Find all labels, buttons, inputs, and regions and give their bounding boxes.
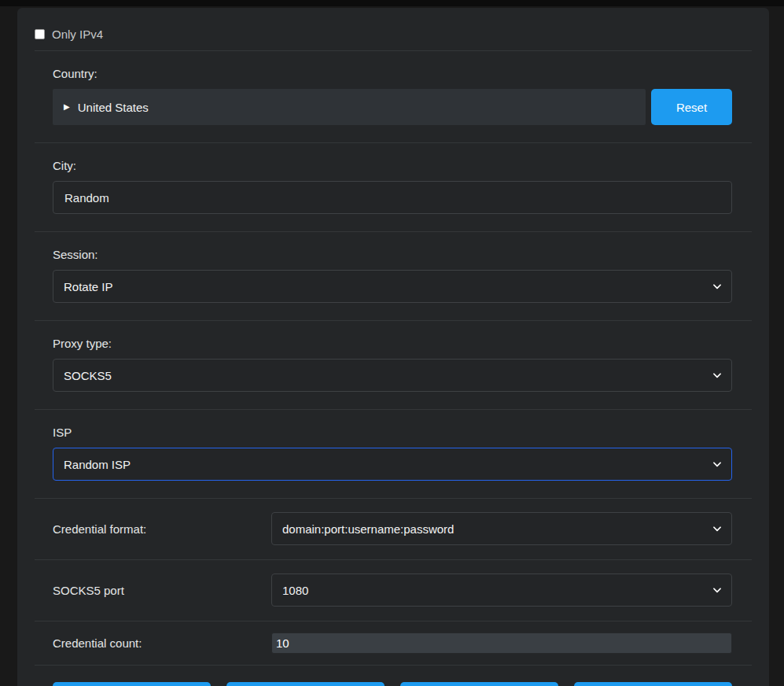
download-txt-button[interactable]: Download txt (226, 682, 385, 686)
session-section: Session: Rotate IP (35, 231, 752, 320)
download-report-button[interactable]: Download Report (574, 682, 732, 686)
expand-arrow-icon: ▶ (64, 103, 70, 111)
credential-count-section: Credential count: (35, 621, 752, 665)
session-label: Session: (53, 248, 732, 261)
reset-button[interactable]: Reset (651, 89, 732, 125)
proxy-generator-panel: Only IPv4 Country: ▶ United States Reset… (17, 8, 769, 686)
isp-label: ISP (53, 426, 732, 439)
only-ipv4-row: Only IPv4 (35, 26, 752, 50)
socks5-port-select-wrap: 1080 (271, 574, 732, 607)
socks5-port-label: SOCKS5 port (53, 584, 271, 597)
proxy-type-section: Proxy type: SOCKS5 (35, 320, 752, 409)
credential-format-select-wrap: domain:port:username:password (271, 512, 732, 545)
city-section: City: (35, 142, 752, 231)
country-section: Country: ▶ United States Reset (35, 50, 752, 142)
session-select[interactable]: Rotate IP (53, 270, 732, 303)
credential-format-select[interactable]: domain:port:username:password (271, 512, 732, 545)
city-label: City: (53, 159, 732, 172)
isp-select[interactable]: Random ISP (53, 448, 732, 481)
socks5-port-section: SOCKS5 port 1080 (35, 559, 752, 621)
action-buttons-row: Generate Download txt Download csv Downl… (35, 665, 752, 686)
isp-select-wrap: Random ISP (53, 448, 732, 481)
credential-count-label: Credential count: (53, 636, 271, 650)
credential-format-section: Credential format: domain:port:username:… (35, 498, 752, 559)
session-select-wrap: Rotate IP (53, 270, 732, 303)
city-input[interactable] (53, 181, 732, 214)
country-control-row: ▶ United States Reset (53, 89, 732, 125)
country-value: United States (78, 101, 149, 114)
proxy-type-select[interactable]: SOCKS5 (53, 359, 732, 392)
socks5-port-select[interactable]: 1080 (271, 574, 732, 607)
proxy-type-select-wrap: SOCKS5 (53, 359, 732, 392)
country-label: Country: (53, 67, 732, 80)
proxy-type-label: Proxy type: (53, 337, 732, 350)
download-csv-button[interactable]: Download csv (400, 682, 558, 686)
only-ipv4-checkbox[interactable] (35, 29, 45, 39)
credential-count-input[interactable] (271, 633, 732, 654)
window-top-strip (0, 0, 784, 6)
credential-format-label: Credential format: (53, 522, 271, 536)
only-ipv4-label: Only IPv4 (52, 28, 103, 41)
isp-section: ISP Random ISP (35, 409, 752, 498)
generate-button[interactable]: Generate (53, 682, 211, 686)
credential-count-control (271, 633, 732, 654)
country-dropdown[interactable]: ▶ United States (53, 89, 646, 125)
